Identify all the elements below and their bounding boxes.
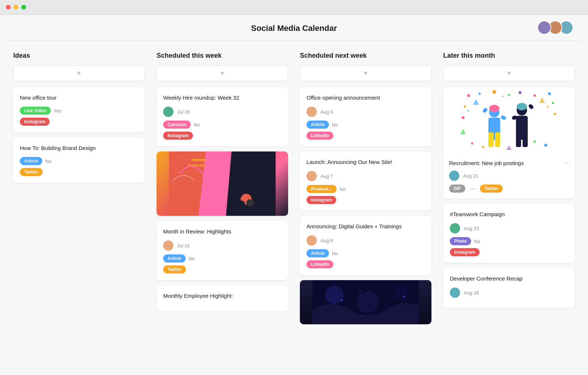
board: Ideas + New office tour Live Video Yes I…	[0, 41, 588, 337]
column-header-next-week: Scheduled next week	[300, 52, 431, 60]
card-title: Announcing: Digital Guides + Trainings	[306, 222, 425, 230]
add-card-button-this-week[interactable]: +	[157, 65, 288, 81]
more-options-button[interactable]: ···	[563, 159, 569, 166]
card-avatar	[306, 107, 317, 117]
page-title: Social Media Calendar	[251, 24, 337, 33]
svg-rect-40	[495, 132, 500, 147]
card-meta: Aug 7	[306, 171, 425, 181]
card-tags: Produce... No	[306, 185, 425, 193]
svg-point-11	[356, 291, 379, 313]
tag-instagram[interactable]: Instagram	[450, 248, 480, 256]
card-date: Aug 8	[320, 238, 333, 243]
card-meta: Aug 23	[450, 223, 568, 233]
tag-produce[interactable]: Produce...	[306, 185, 337, 193]
tag-twitter[interactable]: Twitter	[20, 168, 43, 176]
card-tags: Article No	[20, 157, 138, 165]
window-bar	[0, 0, 588, 15]
tag-instagram[interactable]: Instagram	[306, 196, 336, 204]
svg-point-12	[393, 286, 408, 300]
svg-rect-7	[191, 159, 206, 161]
tag-article[interactable]: Article	[306, 121, 329, 129]
tag-article[interactable]: Article	[163, 254, 186, 262]
card-avatar	[163, 107, 173, 117]
svg-point-16	[403, 296, 405, 298]
card-content: Recruitment: New job postings ··· Aug 21…	[443, 153, 575, 199]
svg-text:✦: ✦	[467, 109, 470, 113]
card-title: Month in Review: Highlights	[163, 228, 282, 235]
tag-carousel[interactable]: Carousel	[163, 121, 191, 129]
column-header-later: Later this month	[443, 52, 575, 60]
tag-photo[interactable]: Photo	[450, 237, 471, 245]
card-recruitment: ✦ ✦ ✦	[443, 87, 575, 199]
svg-rect-47	[523, 132, 528, 147]
column-header-scheduled-this-week: Scheduled this week	[157, 52, 288, 60]
card-avatar	[450, 288, 460, 298]
avatar[interactable]	[537, 21, 551, 35]
tag-article[interactable]: Article	[20, 157, 42, 165]
card-tags-2: Twitter	[163, 265, 282, 274]
svg-point-24	[548, 92, 551, 95]
card-month-review: Month in Review: Highlights Jul 31 Artic…	[157, 221, 288, 280]
add-card-button-later[interactable]: +	[443, 65, 575, 81]
maximize-button[interactable]	[21, 5, 26, 10]
card-avatar	[450, 223, 460, 233]
tag-live-video[interactable]: Live Video	[20, 107, 51, 115]
card-meta: Jul 29	[163, 107, 282, 117]
card-date: Aug 6	[320, 109, 333, 115]
svg-point-19	[478, 93, 481, 95]
value-no: No	[474, 239, 480, 244]
tag-twitter[interactable]: Twitter	[480, 185, 503, 193]
app-container: Social Media Calendar Ideas + New office…	[0, 15, 588, 375]
tag-twitter[interactable]: Twitter	[163, 265, 186, 274]
card-avatar	[306, 235, 317, 246]
svg-point-52	[534, 140, 536, 143]
value-no: No	[189, 256, 195, 261]
card-dev-conference: Developer Conference Recap Aug 26	[443, 268, 575, 308]
svg-point-26	[552, 102, 554, 104]
card-title: Weekly Hire roundup: Week 32	[163, 94, 282, 101]
card-title: New office tour	[20, 94, 138, 101]
add-card-button-ideas[interactable]: +	[13, 65, 145, 81]
card-dark-image	[300, 280, 431, 324]
card-tags-2: Instagram	[20, 118, 138, 126]
card-tags: Article No	[306, 249, 425, 257]
card-tags: GIF — Twitter	[449, 185, 569, 193]
add-card-button-next-week[interactable]: +	[300, 65, 431, 81]
card-launch-new-site: Launch: Announcing Our New Site! Aug 7 P…	[300, 151, 431, 211]
svg-point-15	[385, 305, 387, 307]
avatar-group	[540, 21, 573, 35]
card-tags-2: LinkedIn	[306, 260, 425, 268]
card-meta: Aug 6	[306, 107, 425, 117]
tag-linkedin[interactable]: LinkedIn	[306, 132, 333, 140]
tag-instagram[interactable]: Instagram	[163, 132, 193, 140]
card-tags: Article No	[163, 254, 282, 262]
svg-point-21	[508, 94, 510, 96]
svg-point-27	[462, 116, 465, 119]
tag-instagram[interactable]: Instagram	[20, 118, 50, 126]
card-office-opening: Office opening announcement Aug 6 Articl…	[300, 87, 431, 146]
svg-point-23	[534, 94, 536, 97]
tag-linkedin[interactable]: LinkedIn	[306, 260, 333, 268]
header: Social Media Calendar	[0, 15, 588, 40]
svg-point-5	[236, 200, 245, 209]
card-monthly-employee: Monthly Employee Highlight:	[157, 285, 288, 311]
close-button[interactable]	[6, 5, 11, 10]
card-tags: Carousel No	[163, 121, 282, 129]
card-title: #Teamwork Campaign	[450, 210, 568, 218]
card-digital-guides: Announcing: Digital Guides + Trainings A…	[300, 216, 431, 275]
svg-point-14	[359, 290, 361, 292]
card-tags-2: LinkedIn	[306, 132, 425, 140]
card-partial-bottom	[300, 280, 431, 324]
card-date: Jul 29	[177, 109, 190, 115]
card-title: Developer Conference Recap	[450, 275, 568, 282]
card-brand-design: How To: Building Brand Design Article No…	[13, 138, 145, 183]
card-tags-2: Twitter	[20, 168, 138, 176]
tag-gif[interactable]: GIF	[449, 185, 465, 193]
card-avatar	[163, 240, 173, 251]
minimize-button[interactable]	[14, 5, 18, 10]
value-no: No	[340, 186, 346, 192]
tag-article[interactable]: Article	[306, 249, 329, 257]
card-tags-2: Instagram	[163, 132, 282, 140]
tag-separator: —	[470, 185, 476, 192]
card-avatar	[306, 171, 317, 181]
